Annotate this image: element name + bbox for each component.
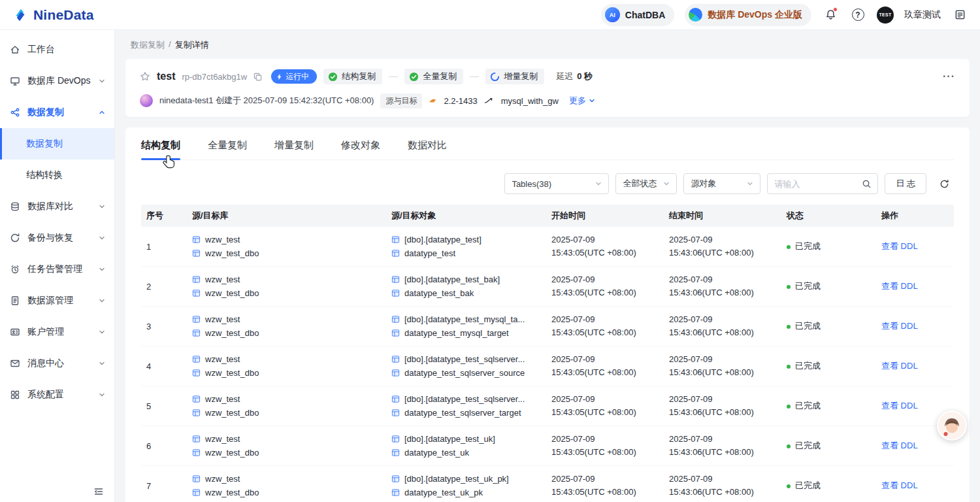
table-icon (192, 289, 201, 297)
search-icon[interactable] (862, 179, 872, 189)
sidebar-subitem-data-replication[interactable]: 数据复制 (0, 128, 114, 159)
table-row: 3 wzw_test wzw_test_dbo [dbo].[datatype_… (141, 307, 954, 346)
table-icon (391, 355, 400, 363)
table-body: 1 wzw_test wzw_test_dbo [dbo].[datatype_… (141, 227, 954, 502)
notification-bell-icon[interactable] (822, 7, 839, 24)
row-status: 已完成 (781, 320, 876, 332)
sidebar-item-message-center[interactable]: 消息中心 (0, 348, 114, 379)
source-object-select[interactable]: 源对象 (683, 173, 760, 194)
table-row: 1 wzw_test wzw_test_dbo [dbo].[datatype_… (141, 227, 954, 267)
more-link[interactable]: 更多 (569, 95, 595, 107)
end-time: 2025-07-0915:43:06(UTC +08:00) (664, 473, 781, 499)
check-circle-icon (328, 72, 338, 82)
collapse-sidebar-icon[interactable] (93, 486, 104, 497)
star-icon[interactable] (140, 71, 150, 82)
grid-icon (9, 390, 21, 400)
status-dot (787, 325, 791, 329)
chevron-up-icon (99, 109, 105, 116)
monitor-icon (9, 76, 21, 86)
row-status: 已完成 (781, 360, 876, 372)
step-full-replication: 全量复制 (404, 69, 463, 84)
search-input[interactable] (774, 179, 857, 189)
table-icon (391, 275, 400, 284)
log-button[interactable]: 日 志 (885, 173, 926, 194)
table-icon (391, 235, 400, 244)
brand-logo[interactable]: NineData (12, 7, 94, 24)
view-ddl-link[interactable]: 查看 DDL (881, 361, 918, 371)
source-version: 2.2-1433 (444, 96, 477, 106)
status-badge[interactable]: 运行中 (271, 69, 317, 84)
view-ddl-link[interactable]: 查看 DDL (881, 321, 918, 331)
sidebar-item-datasource[interactable]: 数据源管理 (0, 285, 114, 316)
tab-data-compare[interactable]: 数据对比 (408, 139, 447, 159)
view-ddl-link[interactable]: 查看 DDL (881, 401, 918, 410)
refresh-icon[interactable] (934, 173, 954, 194)
tab-modify-objects[interactable]: 修改对象 (341, 139, 380, 159)
notification-dot (833, 7, 838, 12)
sidebar-item-system-config[interactable]: 系统配置 (0, 379, 114, 410)
creator-avatar (140, 94, 153, 107)
chevron-down-icon (99, 329, 105, 335)
chevron-down-icon (747, 180, 753, 187)
table-icon (192, 249, 201, 258)
view-ddl-link[interactable]: 查看 DDL (881, 241, 918, 251)
table-row: 6 wzw_test wzw_test_dbo [dbo].[datatype_… (141, 426, 954, 466)
sidebar-item-database-compare[interactable]: 数据库对比 (0, 191, 114, 222)
status-select[interactable]: 全部状态 (615, 173, 677, 194)
table-icon (391, 289, 400, 297)
mail-icon (9, 358, 21, 369)
table-header: 序号 源/目标库 源/目标对象 开始时间 结束时间 状态 操作 (141, 205, 954, 227)
more-actions-icon[interactable] (943, 71, 955, 82)
sidebar-item-task-alert[interactable]: 任务告警管理 (0, 254, 114, 285)
sidebar-item-account[interactable]: 账户管理 (0, 316, 114, 348)
tables-select[interactable]: Tables(38) (504, 173, 609, 194)
sidebar-subitem-structure-conversion[interactable]: 结构转换 (0, 159, 114, 191)
database-icon (9, 201, 21, 212)
view-ddl-link[interactable]: 查看 DDL (881, 441, 918, 450)
ai-icon: AI (605, 7, 620, 22)
breadcrumb-current: 复制详情 (175, 39, 209, 51)
table-row: 5 wzw_test wzw_test_dbo [dbo].[datatype_… (141, 386, 954, 426)
start-time: 2025-07-0915:43:05(UTC +08:00) (546, 273, 664, 299)
tab-full-replication[interactable]: 全量复制 (208, 139, 247, 159)
tab-incremental-replication[interactable]: 增量复制 (274, 139, 314, 159)
results-table: 序号 源/目标库 源/目标对象 开始时间 结束时间 状态 操作 1 wzw_te… (141, 205, 954, 502)
table-icon (391, 475, 400, 483)
chevron-down-icon (663, 180, 670, 187)
view-ddl-link[interactable]: 查看 DDL (881, 480, 918, 490)
sidebar-item-workbench[interactable]: 工作台 (0, 34, 114, 65)
main-content: 数据复制 / 复制详情 test rp-db7ct6akbg1w 运行中 (115, 30, 980, 502)
user-avatar[interactable]: TEST (877, 7, 894, 24)
task-panel-icon[interactable] (951, 7, 968, 24)
tab-structure-replication[interactable]: 结构复制 (141, 139, 180, 159)
chevron-down-icon (99, 266, 105, 273)
id-card-icon (9, 327, 21, 337)
chatdba-button[interactable]: AI ChatDBA (601, 4, 674, 26)
start-time: 2025-07-0915:43:05(UTC +08:00) (546, 233, 664, 259)
sidebar-item-data-replication[interactable]: 数据复制 (0, 97, 114, 128)
edition-globe-icon (689, 8, 702, 22)
lightning-icon (277, 73, 282, 80)
start-time: 2025-07-0915:43:05(UTC +08:00) (546, 393, 664, 419)
table-icon (192, 409, 201, 417)
detail-card: 结构复制 全量复制 增量复制 修改对象 数据对比 Tables(38) 全部状态… (125, 127, 970, 502)
replication-icon (9, 107, 21, 118)
status-dot (787, 365, 791, 369)
support-avatar[interactable] (937, 410, 967, 441)
breadcrumb-parent[interactable]: 数据复制 (131, 39, 165, 51)
row-status: 已完成 (781, 480, 876, 492)
copy-icon[interactable] (253, 73, 262, 81)
backup-icon (9, 233, 21, 243)
edition-switcher[interactable]: 数据库 DevOps 企业版 (685, 4, 811, 26)
sidebar-item-database-devops[interactable]: 数据库 DevOps (0, 65, 114, 97)
view-ddl-link[interactable]: 查看 DDL (881, 281, 918, 291)
help-icon[interactable] (849, 7, 866, 24)
status-dot (787, 444, 791, 448)
user-name[interactable]: 玖章测试 (904, 9, 941, 21)
breadcrumb-separator: / (169, 39, 171, 51)
document-icon (9, 295, 21, 306)
sidebar-item-backup-restore[interactable]: 备份与恢复 (0, 222, 114, 254)
search-box (767, 173, 878, 194)
table-row: 2 wzw_test wzw_test_dbo [dbo].[datatype_… (141, 267, 954, 307)
sidebar: 工作台 数据库 DevOps 数据复制 数据复制 结构转换 数据库对比 备份与恢… (0, 30, 115, 502)
